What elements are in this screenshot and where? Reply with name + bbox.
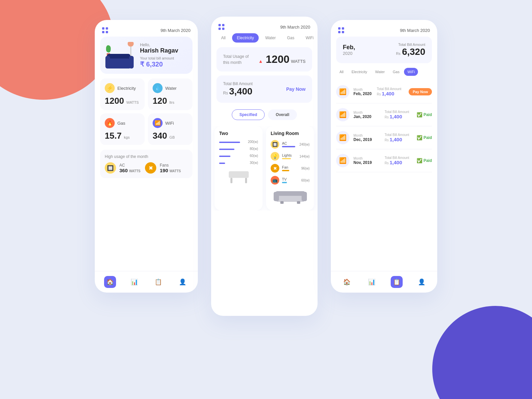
mid-bill-amount-row: Rs 3,400	[223, 86, 253, 97]
room-item-tv: 📺 TV 60(w)	[271, 176, 310, 185]
tab-gas[interactable]: Gas	[282, 33, 299, 43]
hero-card: Hello, Harish Ragav Your total bill amou…	[100, 37, 193, 74]
paid-badge-jan: ✅ Paid	[417, 112, 432, 117]
electricity-label: Electricity	[117, 86, 136, 91]
paid-label: Paid	[424, 112, 432, 117]
room-two-val4: 30(w)	[250, 161, 258, 165]
history-month-val-4: Nov, 2019	[353, 160, 381, 165]
nav-home[interactable]: 🏠	[104, 276, 116, 288]
usage-ac: 🔲 AC 360 WATTS	[105, 162, 140, 174]
tab-wifi[interactable]: WiFi	[301, 33, 318, 43]
paid-badge-dec: ✅ Paid	[417, 135, 432, 140]
mid-pay-now-button[interactable]: Pay Now	[286, 86, 306, 92]
history-month-val-2: Jan, 2020	[353, 114, 381, 119]
history-info-feb: Month Feb, 2020	[353, 88, 373, 96]
history-month-val-1: Feb, 2020	[353, 91, 373, 96]
mid-bill-card: Total Bill Amount Rs 3,400 Pay Now	[216, 75, 312, 103]
history-wifi-icon-1: 📶	[336, 85, 349, 98]
right-tab-gas[interactable]: Gas	[389, 68, 403, 76]
history-month-label-2: Month	[353, 111, 381, 114]
summary-amount: 6,320	[402, 47, 425, 57]
history-bill-block-3: Total Bill Amount Rs 1,400	[385, 133, 409, 143]
room-fan-icon: ✖	[271, 164, 279, 173]
room-item: 200(w)	[219, 140, 258, 144]
check-icon-2: ✅	[417, 135, 422, 140]
usage-fans: ✖ Fans 190 WATTS	[145, 162, 181, 174]
history-bill-amount-1: Rs 1,400	[377, 91, 401, 97]
history-bill-amount-3: Rs 1,400	[385, 137, 409, 143]
fan-icon: ✖	[145, 162, 156, 174]
greeting-text: Hello,	[140, 43, 187, 47]
nav-bills[interactable]: 📋	[152, 276, 164, 288]
tab-overall[interactable]: Overall	[268, 109, 297, 120]
history-bill-block-4: Total Bill Amount Rs 1,400	[385, 156, 409, 166]
usage-items: 🔲 AC 360 WATTS ✖ Fans 190 WATTS	[105, 162, 188, 174]
utility-water: 💧 Water 120 ltrs	[148, 78, 193, 110]
room-two: Two 200(w) 80(w) 60(	[214, 126, 263, 210]
tab-electricity[interactable]: Electricity	[232, 33, 258, 43]
right-tab-water[interactable]: Water	[372, 68, 388, 76]
history-rs-2: Rs	[385, 115, 390, 119]
hero-illustration	[105, 42, 135, 68]
utility-grid: ⚡ Electricity 1200 WATTS 💧 Water 120 ltr…	[100, 78, 193, 145]
svg-rect-6	[302, 192, 307, 201]
gas-value: 15.7 kgs	[105, 131, 140, 141]
history-wifi-icon-4: 📶	[336, 154, 349, 167]
room-lights-val: 144(w)	[299, 155, 310, 158]
right-bottom-nav: 🏠 📊 📋 👤	[331, 271, 437, 293]
history-item-dec2019: 📶 Month Dec, 2019 Total Bill Amount Rs 1…	[336, 126, 432, 149]
nav-profile[interactable]: 👤	[177, 276, 189, 288]
history-item-jan2020: 📶 Month Jan, 2020 Total Bill Amount Rs 1…	[336, 103, 432, 126]
fan-watts: 190 WATTS	[160, 168, 181, 173]
left-bottom-nav: 🏠 📊 📋 👤	[95, 271, 198, 293]
electricity-icon: ⚡	[105, 83, 115, 93]
right-tab-electricity[interactable]: Electricity	[348, 68, 370, 76]
water-icon: 💧	[153, 83, 163, 93]
tab-all[interactable]: All	[216, 33, 230, 43]
bill-label: Your total bill amount	[140, 56, 187, 60]
nav-chart[interactable]: 📊	[128, 276, 140, 288]
mid-bill-rs: Rs	[223, 91, 229, 95]
paid-label-2: Paid	[424, 135, 432, 140]
water-value: 120 ltrs	[153, 96, 188, 106]
right-tab-all[interactable]: All	[336, 68, 347, 76]
screens-container: 9th March 2020 Hello, Har	[0, 0, 532, 399]
check-icon-3: ✅	[417, 158, 422, 163]
right-nav-profile[interactable]: 👤	[416, 276, 428, 288]
room-fan-label: Fan	[282, 165, 299, 169]
right-tab-wifi[interactable]: WiFi	[404, 68, 418, 76]
history-rs-3: Rs	[385, 138, 390, 142]
history-month-label-1: Month	[353, 88, 373, 91]
pay-now-badge[interactable]: Pay Now	[409, 88, 432, 95]
room-two-val2: 80(w)	[250, 147, 258, 151]
svg-rect-1	[230, 178, 232, 183]
gas-icon: 🔥	[105, 118, 115, 128]
history-bill-label-3: Total Bill Amount	[385, 133, 409, 137]
tab-specified[interactable]: Specified	[232, 109, 265, 120]
summary-year: 2020	[343, 51, 355, 56]
right-filter-tabs: All Electricity Water Gas WiFi	[331, 68, 437, 80]
left-phone-header: 9th March 2020	[95, 20, 198, 37]
right-nav-home[interactable]: 🏠	[341, 276, 353, 288]
right-nav-bills[interactable]: 📋	[391, 276, 403, 288]
svg-rect-8	[297, 201, 300, 204]
summary-month: Feb,	[343, 44, 355, 51]
history-item-nov2019: 📶 Month Nov, 2019 Total Bill Amount Rs 1…	[336, 149, 432, 172]
history-bill-block-1: Total Bill Amount Rs 1,400	[377, 87, 401, 97]
room-item: 80(w)	[219, 147, 258, 151]
paid-label-3: Paid	[424, 158, 432, 163]
history-month-label-4: Month	[353, 157, 381, 160]
right-grid-icon	[338, 27, 344, 33]
mid-filter-tabs: All Electricity Water Gas WiFi	[211, 33, 318, 47]
svg-rect-7	[280, 201, 284, 204]
tab-water[interactable]: Water	[261, 33, 281, 43]
history-rs-4: Rs	[385, 161, 390, 165]
mid-phone-header: 9th March 2020	[211, 17, 318, 33]
history-info-dec: Month Dec, 2019	[353, 134, 381, 142]
svg-rect-4	[275, 191, 305, 196]
right-nav-chart[interactable]: 📊	[366, 276, 378, 288]
svg-rect-0	[229, 171, 249, 178]
history-rs-1: Rs	[377, 92, 382, 96]
paid-badge-nov: ✅ Paid	[417, 158, 432, 163]
svg-rect-5	[274, 192, 279, 201]
